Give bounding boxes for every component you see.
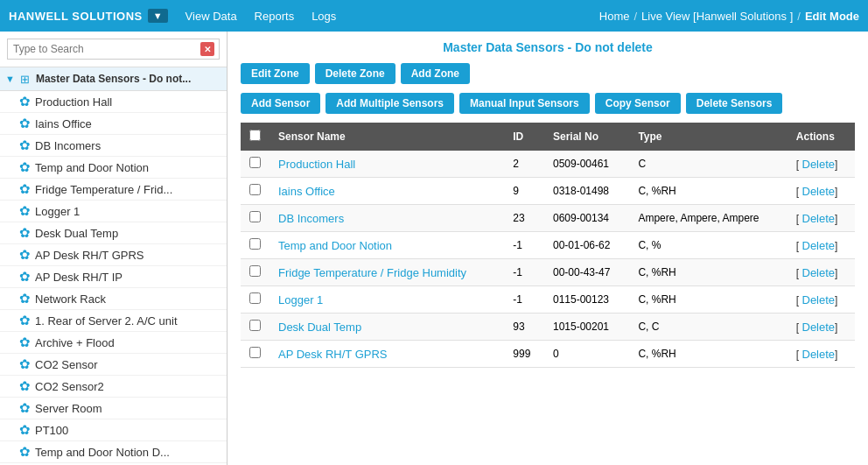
- sidebar-item[interactable]: ✿AP Desk RH/T GPRS: [0, 244, 227, 266]
- sidebar-item-label: AP Desk RH/T GPRS: [35, 249, 144, 262]
- row-checkbox[interactable]: [249, 347, 261, 358]
- breadcrumb-edit-mode[interactable]: Edit Mode: [805, 10, 859, 23]
- sidebar-root-item[interactable]: ▼ ⊞ Master Data Sensors - Do not...: [0, 67, 227, 91]
- content-area: Master Data Sensors - Do not delete Edit…: [228, 32, 868, 465]
- th-type: Type: [629, 123, 787, 151]
- brand-name: HANWELL SOLUTIONS: [9, 10, 143, 23]
- row-sensor-name: Desk Dual Temp: [270, 314, 504, 341]
- row-actions: [ Delete]: [788, 341, 855, 368]
- delete-link[interactable]: Delete: [802, 266, 836, 279]
- row-checkbox-cell: [241, 341, 270, 368]
- sidebar-scroll[interactable]: ▼ ⊞ Master Data Sensors - Do not... ✿Pro…: [0, 67, 227, 465]
- row-checkbox[interactable]: [249, 184, 261, 195]
- table-row: DB Incomers 23 0609-00134 Ampere, Ampere…: [241, 205, 855, 232]
- breadcrumb: Home / Live View [Hanwell Solutions ] / …: [599, 10, 859, 23]
- sidebar-item[interactable]: ✿Logger 1: [0, 201, 227, 222]
- sidebar-item-label: Network Rack: [35, 292, 106, 306]
- sensor-name-link[interactable]: Iains Office: [278, 185, 335, 198]
- table-header: Sensor Name ID Serial No Type Actions: [241, 123, 855, 151]
- sidebar-item-label: Desk Dual Temp: [35, 227, 118, 240]
- row-actions: [ Delete]: [788, 259, 855, 286]
- search-clear-button[interactable]: ✕: [200, 42, 214, 56]
- sensor-name-link[interactable]: DB Incomers: [278, 212, 344, 225]
- breadcrumb-live-view[interactable]: Live View [Hanwell Solutions ]: [641, 10, 793, 23]
- nav-logs[interactable]: Logs: [312, 10, 336, 23]
- table-row: Fridge Temperature / Fridge Humidity -1 …: [241, 259, 855, 286]
- breadcrumb-home[interactable]: Home: [599, 10, 630, 23]
- sensor-name-link[interactable]: Temp and Door Notion: [278, 239, 392, 252]
- sidebar-item[interactable]: ✿PT100: [0, 419, 227, 441]
- sensor-name-link[interactable]: Desk Dual Temp: [278, 321, 361, 334]
- row-sensor-name: Production Hall: [270, 151, 504, 178]
- nav-reports[interactable]: Reports: [255, 10, 295, 23]
- sensor-name-link[interactable]: Production Hall: [278, 158, 355, 171]
- row-type: C, %RH: [629, 286, 787, 314]
- row-sensor-name: DB Incomers: [270, 205, 504, 232]
- sidebar-item[interactable]: ✿Archive + Flood: [0, 332, 227, 354]
- row-checkbox[interactable]: [249, 157, 261, 168]
- sensor-name-link[interactable]: Logger 1: [278, 293, 323, 306]
- sidebar-item[interactable]: ✿Network Rack: [0, 288, 227, 310]
- sidebar-item[interactable]: ✿DB Incomers: [0, 135, 227, 157]
- manual-input-sensors-button[interactable]: Manual Input Sensors: [459, 93, 590, 114]
- delete-link[interactable]: Delete: [802, 212, 836, 225]
- sidebar-item-label: AP Desk RH/T IP: [35, 271, 122, 284]
- delete-link[interactable]: Delete: [802, 348, 836, 361]
- add-zone-button[interactable]: Add Zone: [401, 63, 470, 84]
- sidebar-item[interactable]: ✿CO2 Sensor2: [0, 376, 227, 398]
- sidebar-item-label: Archive + Flood: [35, 336, 115, 349]
- select-all-checkbox[interactable]: [249, 130, 261, 141]
- gear-icon: ✿: [18, 423, 32, 437]
- row-sensor-name: AP Desk RH/T GPRS: [270, 341, 504, 368]
- delete-link[interactable]: Delete: [802, 293, 836, 306]
- sensor-name-link[interactable]: AP Desk RH/T GPRS: [278, 348, 388, 361]
- copy-sensor-button[interactable]: Copy Sensor: [595, 93, 681, 114]
- row-checkbox[interactable]: [249, 292, 261, 304]
- delete-sensors-button[interactable]: Delete Sensors: [686, 93, 783, 114]
- table-body: Production Hall 2 0509-00461 C [ Delete]…: [241, 151, 855, 368]
- th-serial-no: Serial No: [544, 123, 629, 151]
- content-title: Master Data Sensors - Do not delete: [241, 40, 855, 54]
- delete-link[interactable]: Delete: [802, 185, 836, 198]
- sidebar-item[interactable]: ✿Production Hall: [0, 91, 227, 113]
- edit-zone-button[interactable]: Edit Zone: [241, 63, 310, 84]
- row-serial: 0: [544, 341, 629, 368]
- sidebar-item[interactable]: ✿Iains Office: [0, 113, 227, 135]
- delete-link[interactable]: Delete: [802, 158, 836, 171]
- row-actions: [ Delete]: [788, 151, 855, 178]
- brand-dropdown[interactable]: ▼: [148, 9, 168, 23]
- row-serial: 0115-00123: [544, 286, 629, 314]
- table-row: Production Hall 2 0509-00461 C [ Delete]: [241, 151, 855, 178]
- row-checkbox-cell: [241, 178, 270, 205]
- gear-icon: ✿: [18, 335, 32, 349]
- sidebar-item[interactable]: ✿Fridge Temperature / Frid...: [0, 179, 227, 201]
- sidebar-item[interactable]: ✿Temp and Door Notion: [0, 157, 227, 179]
- gear-icon: ✿: [18, 95, 32, 109]
- sidebar-item[interactable]: ✿1. Rear of Server 2. A/C unit: [0, 310, 227, 332]
- nav-view-data[interactable]: View Data: [186, 10, 237, 23]
- row-checkbox[interactable]: [249, 211, 261, 222]
- sensor-name-link[interactable]: Fridge Temperature / Fridge Humidity: [278, 266, 466, 279]
- search-input[interactable]: [7, 39, 220, 60]
- add-multiple-sensors-button[interactable]: Add Multiple Sensors: [326, 93, 454, 114]
- delete-zone-button[interactable]: Delete Zone: [315, 63, 396, 84]
- gear-icon: ✿: [18, 270, 32, 284]
- sidebar-item[interactable]: ✿AP Desk RH/T IP: [0, 266, 227, 288]
- brand-area: HANWELL SOLUTIONS ▼: [9, 9, 168, 23]
- sidebar-item[interactable]: ✿CO2 Sensor: [0, 354, 227, 376]
- delete-link[interactable]: Delete: [802, 239, 836, 252]
- sidebar-item[interactable]: ✿Server Room: [0, 398, 227, 419]
- add-sensor-button[interactable]: Add Sensor: [241, 93, 320, 114]
- row-checkbox[interactable]: [249, 265, 261, 277]
- sidebar-item[interactable]: ✿Desk Dual Temp: [0, 222, 227, 244]
- row-checkbox[interactable]: [249, 320, 261, 331]
- th-id: ID: [504, 123, 544, 151]
- sidebar-item[interactable]: ✿Temp and Door Notion D...: [0, 441, 227, 463]
- row-type: C, %: [629, 232, 787, 259]
- gear-icon: ✿: [18, 379, 32, 393]
- delete-link[interactable]: Delete: [802, 321, 836, 334]
- row-checkbox-cell: [241, 314, 270, 341]
- th-sensor-name: Sensor Name: [270, 123, 504, 151]
- row-checkbox[interactable]: [249, 238, 261, 250]
- row-type: C, C: [629, 314, 787, 341]
